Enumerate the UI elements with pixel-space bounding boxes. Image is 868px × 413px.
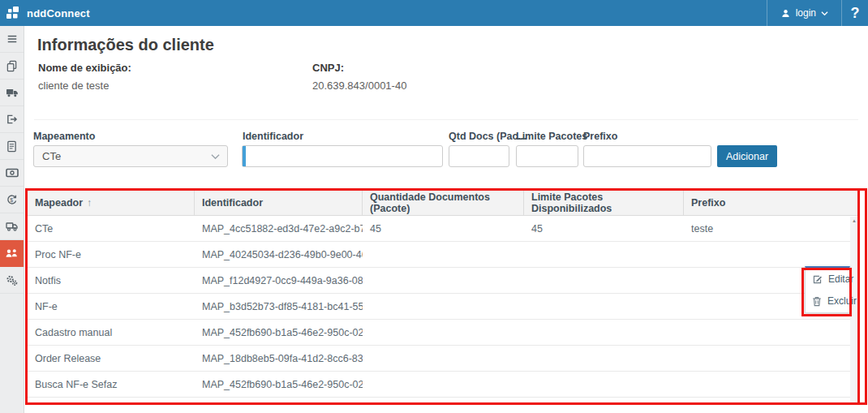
identificador-label: Identificador bbox=[243, 131, 303, 142]
display-name-label: Nome de exibição: bbox=[38, 62, 131, 74]
ndd-logo-icon bbox=[6, 6, 22, 20]
table-row[interactable]: Cadastro manual MAP_452fb690-b1a5-46e2-9… bbox=[28, 320, 850, 346]
help-label: ? bbox=[851, 5, 860, 22]
cnpj-value: 20.639.843/0001-40 bbox=[312, 80, 406, 92]
copy-pages-icon bbox=[6, 60, 18, 72]
identificador-focus-accent bbox=[243, 146, 246, 166]
table-body: CTe MAP_4cc51882-ed3d-47e2-a9c2-b7f6762b… bbox=[28, 216, 850, 398]
brand-name: nddConnect bbox=[27, 7, 90, 19]
brand-logo[interactable]: nddConnect bbox=[6, 6, 90, 20]
qtd-docs-label: Qtd Docs (Pac... bbox=[449, 131, 526, 142]
banknote-icon bbox=[6, 168, 19, 178]
row-context-menu: Editar Excluir bbox=[805, 266, 850, 313]
adicionar-button[interactable]: Adicionar bbox=[717, 145, 777, 167]
sidebar-item-truck[interactable] bbox=[0, 80, 24, 106]
edit-label: Editar bbox=[828, 273, 853, 285]
login-label: login bbox=[796, 7, 816, 19]
page-title: Informações do cliente bbox=[37, 36, 214, 54]
table-header-row: Mapeador ↑ Identificador Quantidade Docu… bbox=[28, 191, 857, 216]
sidebar-item-copy-pages[interactable] bbox=[0, 53, 24, 80]
column-header-identificador[interactable]: Identificador bbox=[195, 191, 363, 215]
delivery-truck-icon bbox=[6, 221, 19, 232]
mapeamento-label: Mapeamento bbox=[33, 131, 95, 142]
limite-pacotes-input[interactable] bbox=[516, 145, 578, 167]
select-chevron-icon bbox=[211, 153, 220, 160]
display-name-value: cliente de teste bbox=[38, 80, 109, 92]
edit-icon bbox=[812, 274, 823, 285]
section-divider bbox=[34, 119, 858, 120]
sidebar-item-settings[interactable] bbox=[0, 267, 24, 294]
table-row[interactable]: CTe MAP_4cc51882-ed3d-47e2-a9c2-b7f6762b… bbox=[28, 216, 850, 242]
qtd-docs-input[interactable] bbox=[449, 145, 509, 167]
sidebar-item-banknote[interactable] bbox=[0, 160, 24, 187]
column-header-mapeador[interactable]: Mapeador ↑ bbox=[28, 191, 195, 215]
table-row[interactable]: NF-e MAP_b3d52b73-df85-4181-bc41-552786e… bbox=[28, 294, 850, 320]
prefixo-input[interactable] bbox=[583, 145, 711, 167]
document-icon bbox=[6, 140, 17, 153]
trash-icon bbox=[812, 296, 822, 307]
sidebar: $ bbox=[0, 26, 24, 413]
users-icon bbox=[5, 247, 19, 259]
sidebar-item-export[interactable] bbox=[0, 106, 24, 133]
top-header-bar: nddConnect login ? bbox=[0, 0, 868, 26]
limite-pacotes-label: Limite Pacotes bbox=[516, 131, 587, 142]
prefixo-label: Prefixo bbox=[583, 131, 617, 142]
column-header-limite[interactable]: Limite Pacotes Disponibilizados bbox=[524, 191, 684, 215]
truck-icon bbox=[6, 87, 19, 98]
menu-icon bbox=[6, 33, 18, 45]
table-row[interactable]: Order Release MAP_18db8eb5-09fa-41d2-8cc… bbox=[28, 346, 850, 372]
mapeamento-select[interactable]: CTe bbox=[33, 145, 228, 167]
table-row[interactable]: Proc NF-e MAP_40245034-d236-49b0-9e00-46… bbox=[28, 242, 850, 268]
sidebar-item-document[interactable] bbox=[0, 133, 24, 160]
sort-ascending-icon: ↑ bbox=[87, 197, 92, 209]
chevron-down-icon bbox=[821, 11, 828, 16]
svg-text:$: $ bbox=[10, 196, 13, 202]
sidebar-item-users[interactable] bbox=[0, 240, 24, 267]
export-icon bbox=[6, 114, 18, 125]
identificador-input[interactable] bbox=[242, 145, 443, 167]
cnpj-label: CNPJ: bbox=[312, 62, 344, 74]
context-menu-delete[interactable]: Excluir bbox=[806, 290, 849, 312]
column-header-quantidade[interactable]: Quantidade Documentos (Pacote) bbox=[363, 191, 524, 215]
gears-icon bbox=[6, 274, 18, 286]
mapeamento-selected-value: CTe bbox=[42, 150, 61, 162]
scroll-up-icon[interactable]: ▲ bbox=[850, 218, 858, 223]
table-scrollbar[interactable]: ▲ bbox=[850, 217, 858, 402]
currency-sync-icon: $ bbox=[6, 194, 18, 206]
column-header-prefixo[interactable]: Prefixo bbox=[684, 191, 857, 215]
sidebar-item-currency-sync[interactable]: $ bbox=[0, 187, 24, 213]
table-row[interactable]: Notfis MAP_f12d4927-0cc9-449a-9a36-08a20… bbox=[28, 268, 850, 294]
table-row[interactable]: Busca NF-e Sefaz MAP_452fb690-b1a5-46e2-… bbox=[28, 372, 850, 398]
user-icon bbox=[780, 8, 791, 19]
sidebar-item-menu[interactable] bbox=[0, 26, 24, 53]
help-button[interactable]: ? bbox=[842, 0, 868, 26]
delete-label: Excluir bbox=[827, 295, 857, 307]
app-window: nddConnect login ? bbox=[0, 0, 868, 413]
login-menu[interactable]: login bbox=[767, 0, 842, 26]
sidebar-item-delivery-truck[interactable] bbox=[0, 213, 24, 240]
context-menu-edit[interactable]: Editar bbox=[806, 269, 849, 290]
